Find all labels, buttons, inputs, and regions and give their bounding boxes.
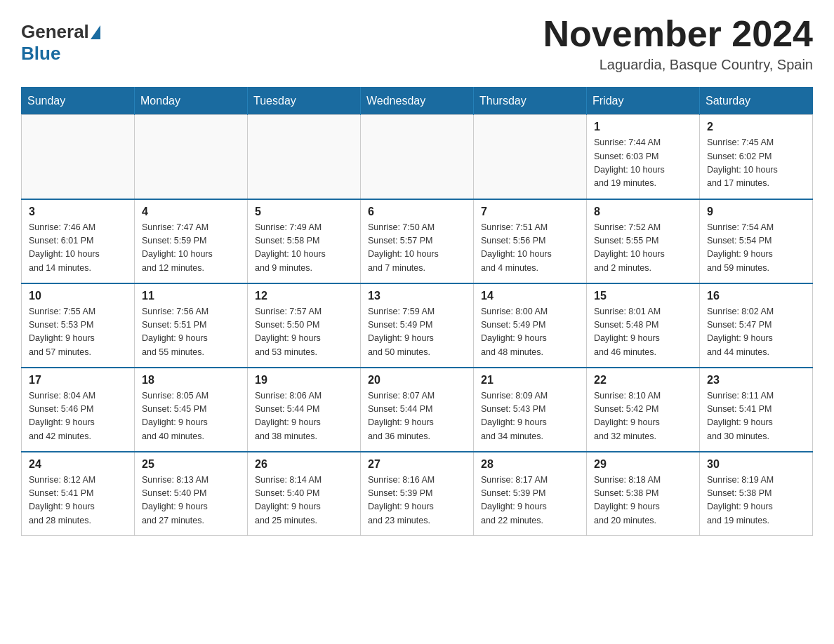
day-number: 1 xyxy=(594,121,692,133)
sun-info: Sunrise: 8:11 AMSunset: 5:41 PMDaylight:… xyxy=(707,389,805,444)
calendar-cell xyxy=(361,115,474,199)
sun-info: Sunrise: 7:55 AMSunset: 5:53 PMDaylight:… xyxy=(29,305,127,360)
calendar-cell: 15Sunrise: 8:01 AMSunset: 5:48 PMDayligh… xyxy=(587,283,700,368)
day-number: 26 xyxy=(255,458,353,471)
sun-info: Sunrise: 7:45 AMSunset: 6:02 PMDaylight:… xyxy=(707,136,805,191)
day-header-tuesday: Tuesday xyxy=(248,88,361,115)
calendar-cell: 24Sunrise: 8:12 AMSunset: 5:41 PMDayligh… xyxy=(22,452,135,536)
day-number: 22 xyxy=(594,374,692,387)
day-number: 19 xyxy=(255,374,353,387)
sun-info: Sunrise: 8:00 AMSunset: 5:49 PMDaylight:… xyxy=(481,305,579,360)
day-number: 27 xyxy=(368,458,466,471)
calendar-cell: 30Sunrise: 8:19 AMSunset: 5:38 PMDayligh… xyxy=(700,452,813,536)
sun-info: Sunrise: 8:14 AMSunset: 5:40 PMDaylight:… xyxy=(255,474,353,528)
calendar-cell: 19Sunrise: 8:06 AMSunset: 5:44 PMDayligh… xyxy=(248,368,361,452)
calendar-cell xyxy=(22,115,135,199)
day-number: 15 xyxy=(594,290,692,302)
day-number: 14 xyxy=(481,290,579,302)
calendar-cell: 3Sunrise: 7:46 AMSunset: 6:01 PMDaylight… xyxy=(22,199,135,283)
calendar-cell: 27Sunrise: 8:16 AMSunset: 5:39 PMDayligh… xyxy=(361,452,474,536)
sun-info: Sunrise: 7:54 AMSunset: 5:54 PMDaylight:… xyxy=(707,221,805,276)
sun-info: Sunrise: 7:50 AMSunset: 5:57 PMDaylight:… xyxy=(368,221,466,276)
day-number: 8 xyxy=(594,206,692,218)
day-number: 7 xyxy=(481,206,579,218)
location-subtitle: Laguardia, Basque Country, Spain xyxy=(543,57,813,73)
day-header-monday: Monday xyxy=(135,88,248,115)
page-header: General Blue November 2024 Laguardia, Ba… xyxy=(21,14,813,73)
calendar-week-3: 10Sunrise: 7:55 AMSunset: 5:53 PMDayligh… xyxy=(22,283,813,368)
sun-info: Sunrise: 8:10 AMSunset: 5:42 PMDaylight:… xyxy=(594,389,692,444)
calendar-cell: 26Sunrise: 8:14 AMSunset: 5:40 PMDayligh… xyxy=(248,452,361,536)
sun-info: Sunrise: 8:12 AMSunset: 5:41 PMDaylight:… xyxy=(29,474,127,528)
calendar-cell: 21Sunrise: 8:09 AMSunset: 5:43 PMDayligh… xyxy=(474,368,587,452)
sun-info: Sunrise: 8:01 AMSunset: 5:48 PMDaylight:… xyxy=(594,305,692,360)
day-number: 21 xyxy=(481,374,579,387)
calendar-cell: 8Sunrise: 7:52 AMSunset: 5:55 PMDaylight… xyxy=(587,199,700,283)
calendar-cell: 13Sunrise: 7:59 AMSunset: 5:49 PMDayligh… xyxy=(361,283,474,368)
calendar-cell: 5Sunrise: 7:49 AMSunset: 5:58 PMDaylight… xyxy=(248,199,361,283)
sun-info: Sunrise: 8:19 AMSunset: 5:38 PMDaylight:… xyxy=(707,474,805,528)
calendar-cell xyxy=(135,115,248,199)
calendar-cell: 29Sunrise: 8:18 AMSunset: 5:38 PMDayligh… xyxy=(587,452,700,536)
sun-info: Sunrise: 8:09 AMSunset: 5:43 PMDaylight:… xyxy=(481,389,579,444)
calendar-cell: 16Sunrise: 8:02 AMSunset: 5:47 PMDayligh… xyxy=(700,283,813,368)
sun-info: Sunrise: 8:18 AMSunset: 5:38 PMDaylight:… xyxy=(594,474,692,528)
calendar-cell xyxy=(474,115,587,199)
day-number: 5 xyxy=(255,206,353,218)
day-number: 13 xyxy=(368,290,466,302)
calendar-week-5: 24Sunrise: 8:12 AMSunset: 5:41 PMDayligh… xyxy=(22,452,813,536)
day-number: 18 xyxy=(142,374,240,387)
day-number: 4 xyxy=(142,206,240,218)
calendar-cell xyxy=(248,115,361,199)
calendar-cell: 6Sunrise: 7:50 AMSunset: 5:57 PMDaylight… xyxy=(361,199,474,283)
calendar-header: SundayMondayTuesdayWednesdayThursdayFrid… xyxy=(22,88,813,115)
calendar-cell: 7Sunrise: 7:51 AMSunset: 5:56 PMDaylight… xyxy=(474,199,587,283)
sun-info: Sunrise: 8:02 AMSunset: 5:47 PMDaylight:… xyxy=(707,305,805,360)
sun-info: Sunrise: 8:07 AMSunset: 5:44 PMDaylight:… xyxy=(368,389,466,444)
calendar-table: SundayMondayTuesdayWednesdayThursdayFrid… xyxy=(21,87,813,536)
calendar-cell: 23Sunrise: 8:11 AMSunset: 5:41 PMDayligh… xyxy=(700,368,813,452)
sun-info: Sunrise: 8:05 AMSunset: 5:45 PMDaylight:… xyxy=(142,389,240,444)
calendar-body: 1Sunrise: 7:44 AMSunset: 6:03 PMDaylight… xyxy=(22,115,813,536)
day-number: 6 xyxy=(368,206,466,218)
calendar-cell: 17Sunrise: 8:04 AMSunset: 5:46 PMDayligh… xyxy=(22,368,135,452)
calendar-cell: 20Sunrise: 8:07 AMSunset: 5:44 PMDayligh… xyxy=(361,368,474,452)
title-section: November 2024 Laguardia, Basque Country,… xyxy=(543,14,813,73)
calendar-cell: 12Sunrise: 7:57 AMSunset: 5:50 PMDayligh… xyxy=(248,283,361,368)
day-number: 20 xyxy=(368,374,466,387)
calendar-cell: 28Sunrise: 8:17 AMSunset: 5:39 PMDayligh… xyxy=(474,452,587,536)
day-header-friday: Friday xyxy=(587,88,700,115)
sun-info: Sunrise: 7:59 AMSunset: 5:49 PMDaylight:… xyxy=(368,305,466,360)
day-header-sunday: Sunday xyxy=(22,88,135,115)
calendar-cell: 22Sunrise: 8:10 AMSunset: 5:42 PMDayligh… xyxy=(587,368,700,452)
day-number: 12 xyxy=(255,290,353,302)
day-number: 30 xyxy=(707,458,805,471)
day-number: 11 xyxy=(142,290,240,302)
calendar-week-2: 3Sunrise: 7:46 AMSunset: 6:01 PMDaylight… xyxy=(22,199,813,283)
sun-info: Sunrise: 8:04 AMSunset: 5:46 PMDaylight:… xyxy=(29,389,127,444)
logo-triangle-icon xyxy=(91,25,100,39)
day-header-thursday: Thursday xyxy=(474,88,587,115)
calendar-cell: 18Sunrise: 8:05 AMSunset: 5:45 PMDayligh… xyxy=(135,368,248,452)
sun-info: Sunrise: 7:51 AMSunset: 5:56 PMDaylight:… xyxy=(481,221,579,276)
logo-general-text: General xyxy=(21,21,89,43)
calendar-cell: 14Sunrise: 8:00 AMSunset: 5:49 PMDayligh… xyxy=(474,283,587,368)
day-number: 28 xyxy=(481,458,579,471)
logo: General Blue xyxy=(21,21,102,65)
calendar-week-4: 17Sunrise: 8:04 AMSunset: 5:46 PMDayligh… xyxy=(22,368,813,452)
day-number: 17 xyxy=(29,374,127,387)
sun-info: Sunrise: 7:47 AMSunset: 5:59 PMDaylight:… xyxy=(142,221,240,276)
calendar-week-1: 1Sunrise: 7:44 AMSunset: 6:03 PMDaylight… xyxy=(22,115,813,199)
sun-info: Sunrise: 7:57 AMSunset: 5:50 PMDaylight:… xyxy=(255,305,353,360)
day-number: 10 xyxy=(29,290,127,302)
sun-info: Sunrise: 8:13 AMSunset: 5:40 PMDaylight:… xyxy=(142,474,240,528)
calendar-cell: 11Sunrise: 7:56 AMSunset: 5:51 PMDayligh… xyxy=(135,283,248,368)
sun-info: Sunrise: 8:06 AMSunset: 5:44 PMDaylight:… xyxy=(255,389,353,444)
header-row: SundayMondayTuesdayWednesdayThursdayFrid… xyxy=(22,88,813,115)
day-number: 29 xyxy=(594,458,692,471)
day-header-wednesday: Wednesday xyxy=(361,88,474,115)
sun-info: Sunrise: 7:46 AMSunset: 6:01 PMDaylight:… xyxy=(29,221,127,276)
sun-info: Sunrise: 8:17 AMSunset: 5:39 PMDaylight:… xyxy=(481,474,579,528)
calendar-cell: 10Sunrise: 7:55 AMSunset: 5:53 PMDayligh… xyxy=(22,283,135,368)
day-number: 16 xyxy=(707,290,805,302)
